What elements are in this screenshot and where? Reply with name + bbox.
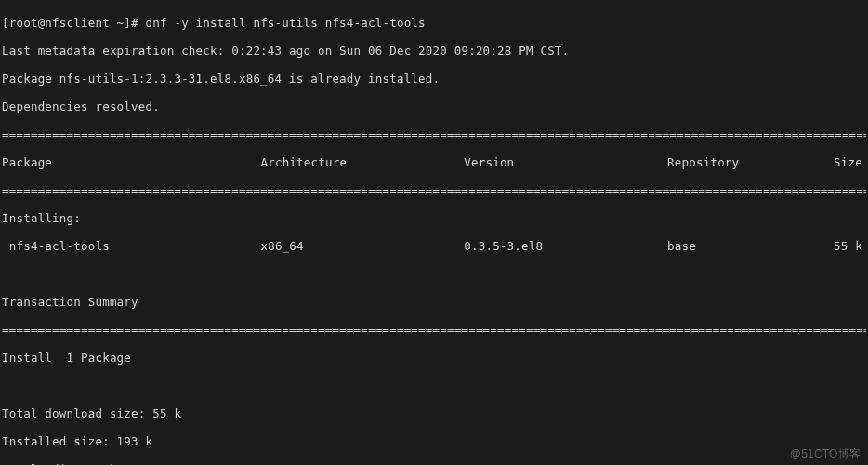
output-line: Install 1 Package: [2, 351, 866, 365]
table-header-row: Package Architecture Version Repository …: [2, 155, 866, 169]
output-line: Installing:: [2, 211, 866, 225]
command-text: dnf -y install nfs-utils nfs4-acl-tools: [146, 16, 426, 30]
separator-line: ========================================…: [2, 323, 866, 337]
cell-version: 0.3.5-3.el8: [464, 239, 667, 253]
output-line: Dependencies resolved.: [2, 100, 866, 113]
table-row: nfs4-acl-tools x86_64 0.3.5-3.el8 base 5…: [2, 239, 866, 253]
col-repository: Repository: [667, 155, 834, 169]
output-line: Total download size: 55 k: [2, 406, 866, 420]
cell-size: 55 k: [834, 239, 866, 253]
output-line: Last metadata expiration check: 0:22:43 …: [2, 44, 866, 58]
output-line: Package nfs-utils-1:2.3.3-31.el8.x86_64 …: [2, 72, 866, 86]
watermark-text: @51CTO博客: [790, 447, 861, 461]
output-line: Installed size: 193 k: [2, 434, 866, 448]
blank-line: [2, 267, 866, 281]
col-architecture: Architecture: [260, 155, 464, 169]
output-line: Transaction Summary: [2, 295, 866, 309]
shell-prompt: [root@nfsclient ~]#: [2, 16, 146, 30]
separator-line: ========================================…: [2, 127, 866, 141]
cell-architecture: x86_64: [260, 239, 464, 253]
col-version: Version: [464, 155, 667, 169]
prompt-line: [root@nfsclient ~]# dnf -y install nfs-u…: [2, 16, 866, 30]
blank-line: [2, 379, 866, 392]
col-package: Package: [2, 155, 260, 169]
cell-package: nfs4-acl-tools: [2, 239, 260, 253]
terminal-output[interactable]: [root@nfsclient ~]# dnf -y install nfs-u…: [0, 0, 868, 465]
cell-repository: base: [667, 239, 834, 253]
separator-line: ========================================…: [2, 183, 866, 197]
col-size: Size: [834, 155, 866, 169]
